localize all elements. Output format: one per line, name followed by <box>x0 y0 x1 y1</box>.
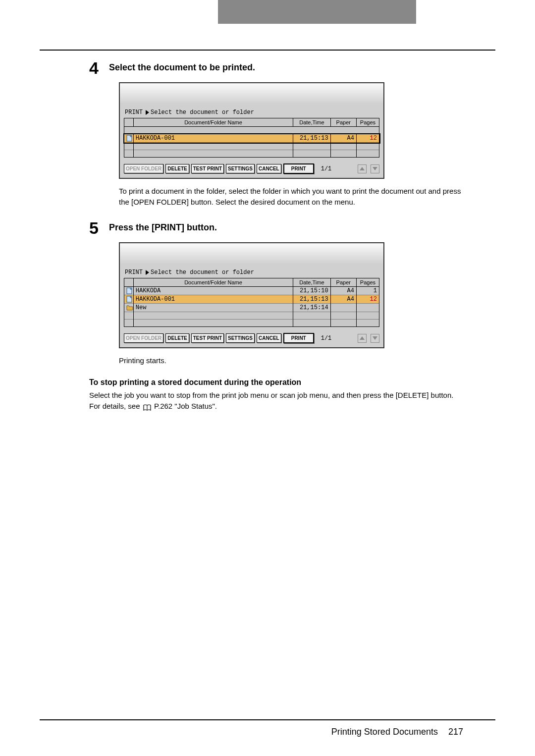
row-paper: A4 <box>330 286 356 295</box>
step-title-5: Press the [PRINT] button. <box>109 219 217 233</box>
print-button[interactable]: PRINT <box>283 333 314 343</box>
page-up-button[interactable] <box>358 164 367 173</box>
sub-heading: To stop printing a stored document durin… <box>89 378 463 387</box>
row-name: New <box>133 304 293 312</box>
panel-title-label: PRINT <box>125 269 143 276</box>
table-row[interactable]: HAKKODA-001 21,15:13 A4 12 <box>124 134 379 143</box>
rule-top <box>40 50 495 51</box>
header-datetime: Date,Time <box>293 278 330 286</box>
page-footer: Printing Stored Documents 217 <box>331 727 463 737</box>
rule-bottom <box>40 719 495 720</box>
page-indicator: 1/1 <box>321 335 332 342</box>
footer-page-number: 217 <box>448 727 463 737</box>
row-pages: 12 <box>356 295 379 303</box>
page-up-button[interactable] <box>358 334 367 343</box>
row-pages: 12 <box>356 134 379 143</box>
panel-title-label: PRINT <box>125 109 143 116</box>
step-number-4: 4 <box>89 59 109 76</box>
step-title-4: Select the document to be printed. <box>109 59 255 73</box>
row-paper: A4 <box>330 295 356 303</box>
step4-body-text: To print a document in the folder, selec… <box>119 186 463 208</box>
caption-arrow-icon <box>146 110 149 115</box>
cancel-button[interactable]: CANCEL <box>257 164 281 173</box>
folder-icon <box>126 305 133 311</box>
header-datetime: Date,Time <box>293 118 330 127</box>
header-name: Document/Folder Name <box>133 278 293 286</box>
cancel-button[interactable]: CANCEL <box>257 333 281 343</box>
open-folder-button[interactable]: OPEN FOLDER <box>124 164 163 173</box>
file-icon <box>126 135 132 142</box>
table-row-empty <box>124 312 379 320</box>
header-pages: Pages <box>356 118 379 127</box>
delete-button[interactable]: DELETE <box>165 164 189 173</box>
panel-caption: Select the document or folder <box>151 269 254 276</box>
row-dt: 21,15:13 <box>293 134 330 143</box>
row-pages: 1 <box>356 286 379 295</box>
header-paper: Paper <box>330 278 356 286</box>
row-name: HAKKODA-001 <box>133 295 293 303</box>
table-row-empty <box>124 320 379 327</box>
row-dt: 21,15:10 <box>293 286 330 295</box>
step5-body-text: Printing starts. <box>119 355 463 366</box>
table-row[interactable]: HAKKODA-001 21,15:13 A4 12 <box>124 295 379 303</box>
row-name: HAKKODA <box>133 286 293 295</box>
table-row-empty <box>124 150 379 158</box>
header-pages: Pages <box>356 278 379 286</box>
print-panel-screenshot-1: PRINT Select the document or folder Docu… <box>119 82 384 179</box>
step-number-5: 5 <box>89 219 109 236</box>
book-icon <box>143 403 151 410</box>
page-indicator: 1/1 <box>321 165 332 172</box>
row-paper <box>330 304 356 312</box>
file-icon <box>126 296 132 303</box>
header-name: Document/Folder Name <box>133 118 293 127</box>
settings-button[interactable]: SETTINGS <box>226 333 255 343</box>
chevron-up-icon <box>360 336 365 340</box>
print-panel-screenshot-2: PRINT Select the document or folder Docu… <box>119 242 384 348</box>
settings-button[interactable]: SETTINGS <box>226 164 255 173</box>
row-dt: 21,15:13 <box>293 295 330 303</box>
header-paper: Paper <box>330 118 356 127</box>
page-down-button[interactable] <box>371 334 379 343</box>
chevron-down-icon <box>373 167 377 170</box>
caption-arrow-icon <box>146 270 149 275</box>
document-table: Document/Folder Name Date,Time Paper Pag… <box>124 278 379 327</box>
chevron-up-icon <box>360 167 365 170</box>
row-pages <box>356 304 379 312</box>
sub-text-b: P.262 "Job Status". <box>154 402 217 410</box>
chevron-down-icon <box>373 336 377 340</box>
test-print-button[interactable]: TEST PRINT <box>191 164 224 173</box>
table-row[interactable]: New 21,15:14 <box>124 304 379 312</box>
header-tab <box>218 0 416 24</box>
row-dt: 21,15:14 <box>293 304 330 312</box>
delete-button[interactable]: DELETE <box>165 333 189 343</box>
panel-caption: Select the document or folder <box>151 109 254 116</box>
footer-title: Printing Stored Documents <box>331 727 438 737</box>
table-row[interactable]: HAKKODA 21,15:10 A4 1 <box>124 286 379 295</box>
sub-body-text: Select the job you want to stop from the… <box>89 390 463 412</box>
document-table: Document/Folder Name Date,Time Paper Pag… <box>124 118 379 158</box>
test-print-button[interactable]: TEST PRINT <box>191 333 224 343</box>
file-icon <box>126 287 132 294</box>
print-button[interactable]: PRINT <box>283 163 314 174</box>
open-folder-button[interactable]: OPEN FOLDER <box>124 333 163 343</box>
row-paper: A4 <box>330 134 356 143</box>
page-down-button[interactable] <box>371 164 379 173</box>
row-name: HAKKODA-001 <box>133 134 293 143</box>
table-row-empty <box>124 143 379 150</box>
